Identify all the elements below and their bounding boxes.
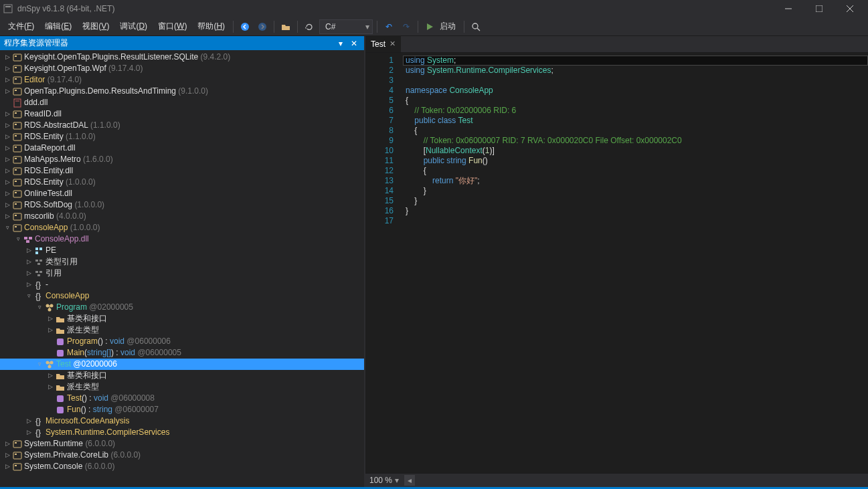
twisty-icon[interactable]: ▷ (24, 268, 33, 279)
panel-close-button[interactable]: ✕ (348, 37, 360, 50)
tree-row[interactable]: ▷Keysight.OpenTap.Plugins.ResultListener… (0, 52, 364, 63)
language-combo[interactable]: C# ▾ (319, 19, 373, 34)
tree-row[interactable]: ▷派生类型 (0, 324, 364, 336)
code-line[interactable]: // Token: 0x02000006 RID: 6 (403, 106, 868, 116)
tree-row[interactable]: ▷{}- (0, 279, 364, 290)
tree-row[interactable]: Test() : void @06000008 (0, 393, 364, 404)
code-line[interactable]: // Token: 0x06000007 RID: 7 RVA: 0x00002… (403, 136, 868, 146)
twisty-icon[interactable]: ▷ (24, 256, 33, 268)
tree-row[interactable]: ▷{}Microsoft.CodeAnalysis (0, 415, 364, 427)
tree-row[interactable]: ▷RDS.AbstractDAL (1.1.0.0) (0, 120, 364, 131)
twisty-icon[interactable]: ▷ (46, 370, 55, 381)
twisty-icon[interactable]: ▷ (46, 313, 55, 324)
tree-scroll[interactable]: ▷Keysight.OpenTap.Plugins.ResultListener… (0, 50, 364, 487)
tree-row[interactable]: ▷{}System.Runtime.CompilerServices (0, 427, 364, 438)
twisty-icon[interactable]: ▿ (3, 222, 12, 233)
menu-edit[interactable]: 编辑(E) (39, 18, 77, 35)
reload-button[interactable] (301, 19, 317, 35)
twisty-icon[interactable]: ▷ (3, 154, 12, 165)
undo-button[interactable]: ↶ (381, 19, 397, 35)
twisty-icon[interactable]: ▿ (13, 233, 23, 245)
tree-row[interactable]: ▷RDS.Entity (1.1.0.0) (0, 131, 364, 142)
twisty-icon[interactable]: ▷ (46, 324, 55, 336)
twisty-icon[interactable]: ▷ (3, 63, 12, 74)
run-label[interactable]: 启动 (438, 18, 461, 35)
twisty-icon[interactable]: ▷ (3, 131, 12, 142)
code-line[interactable]: } (403, 196, 868, 206)
tree-row[interactable]: Program() : void @06000006 (0, 336, 364, 347)
tree-row[interactable]: ▷Editor (9.17.4.0) (0, 74, 364, 86)
code-line[interactable]: return "你好"; (403, 176, 868, 186)
menu-file[interactable]: 文件(F) (3, 18, 39, 35)
nav-forward-button[interactable] (254, 19, 270, 35)
twisty-icon[interactable]: ▷ (3, 74, 12, 86)
tree-row[interactable]: ▷RDS.Entity (1.0.0.0) (0, 177, 364, 188)
code-line[interactable] (403, 76, 868, 86)
tree-row[interactable]: ▷System.Console (6.0.0.0) (0, 461, 364, 472)
code-area[interactable]: using System;using System.Runtime.Compil… (403, 53, 868, 473)
twisty-icon[interactable]: ▿ (24, 290, 33, 302)
code-editor[interactable]: 1234567891011121314151617 using System;u… (365, 53, 868, 473)
tree-row[interactable]: ▷RDS.Entity.dll (0, 165, 364, 177)
tree-row[interactable]: ▷类型引用 (0, 256, 364, 268)
tree-row[interactable]: ▷DataReport.dll (0, 142, 364, 154)
twisty-icon[interactable]: ▷ (3, 52, 12, 63)
minimize-button[interactable] (773, 0, 804, 17)
tree-row[interactable]: ▷ReadID.dll (0, 108, 364, 120)
twisty-icon[interactable]: ▷ (3, 438, 12, 450)
tree-row[interactable]: ▷OpenTap.Plugins.Demo.ResultsAndTiming (… (0, 86, 364, 97)
twisty-icon[interactable]: ▷ (3, 188, 12, 199)
tree-row[interactable]: ▷MahApps.Metro (1.6.0.0) (0, 154, 364, 165)
tree-row[interactable]: ▿ConsoleApp (1.0.0.0) (0, 222, 364, 233)
open-button[interactable] (278, 19, 294, 35)
menu-debug[interactable]: 调试(D) (114, 18, 153, 35)
twisty-icon[interactable]: ▷ (3, 211, 12, 222)
twisty-icon[interactable]: ▷ (3, 86, 12, 97)
menu-view[interactable]: 视图(V) (77, 18, 114, 35)
tree-row[interactable]: ▿Program @02000005 (0, 302, 364, 313)
twisty-icon[interactable]: ▷ (3, 450, 12, 461)
code-line[interactable]: [NullableContext(1)] (403, 146, 868, 156)
code-line[interactable]: namespace ConsoleApp (403, 86, 868, 96)
code-line[interactable]: using System; (403, 56, 868, 66)
twisty-icon[interactable]: ▿ (35, 302, 44, 313)
tree-row[interactable]: ▿Test @02000006 (0, 359, 364, 370)
twisty-icon[interactable]: ▷ (3, 165, 12, 177)
code-line[interactable]: using System.Runtime.CompilerServices; (403, 66, 868, 76)
twisty-icon[interactable]: ▷ (3, 199, 12, 211)
twisty-icon[interactable]: ▷ (24, 279, 33, 290)
twisty-icon[interactable]: ▷ (46, 381, 55, 393)
close-icon[interactable]: ✕ (389, 39, 396, 48)
twisty-icon[interactable]: ▷ (3, 177, 12, 188)
code-line[interactable] (403, 216, 868, 226)
run-button[interactable] (422, 19, 438, 35)
tree-row[interactable]: ▿{}ConsoleApp (0, 290, 364, 302)
code-line[interactable]: public string Fun() (403, 156, 868, 166)
code-line[interactable]: { (403, 96, 868, 106)
code-line[interactable]: { (403, 166, 868, 176)
twisty-icon[interactable]: ▿ (35, 359, 44, 370)
tree-row[interactable]: ▷派生类型 (0, 381, 364, 393)
tree-row[interactable]: ▷Keysight.OpenTap.Wpf (9.17.4.0) (0, 63, 364, 74)
tree-row[interactable]: ▷基类和接口 (0, 313, 364, 324)
tree-row[interactable]: Main(string[]) : void @06000005 (0, 347, 364, 359)
code-line[interactable]: public class Test (403, 116, 868, 126)
code-line[interactable]: } (403, 186, 868, 196)
horizontal-scrollbar[interactable]: ◂ (404, 475, 864, 486)
tree-row[interactable]: ▷OnlineTest.dll (0, 188, 364, 199)
twisty-icon[interactable]: ▷ (24, 245, 33, 256)
scroll-left-icon[interactable]: ◂ (404, 475, 415, 486)
editor-tab[interactable]: Test ✕ (365, 35, 401, 52)
nav-back-button[interactable] (237, 19, 253, 35)
twisty-icon[interactable]: ▷ (3, 108, 12, 120)
search-button[interactable] (468, 19, 484, 35)
tree-row[interactable]: ▷RDS.SoftDog (1.0.0.0) (0, 199, 364, 211)
twisty-icon[interactable]: ▷ (24, 427, 33, 438)
twisty-icon[interactable]: ▷ (3, 142, 12, 154)
tree-row[interactable]: ▷System.Private.CoreLib (6.0.0.0) (0, 450, 364, 461)
twisty-icon[interactable]: ▷ (3, 461, 12, 472)
tree-row[interactable]: ▷mscorlib (4.0.0.0) (0, 211, 364, 222)
panel-dropdown-button[interactable]: ▾ (335, 37, 347, 50)
tree-row[interactable]: ▷基类和接口 (0, 370, 364, 381)
close-button[interactable] (835, 0, 865, 17)
